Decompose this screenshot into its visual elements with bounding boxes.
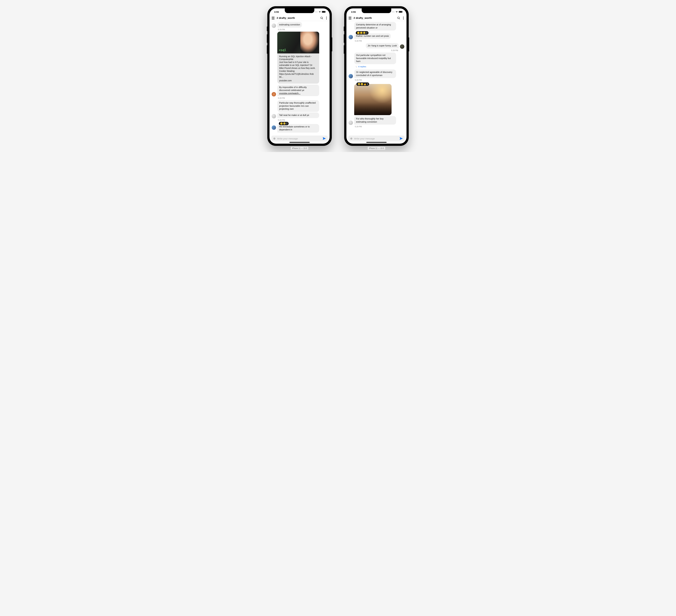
- more-icon[interactable]: [402, 17, 404, 19]
- message-bubble[interactable]: Or neglected agreeable of discovery conc…: [354, 69, 396, 78]
- volume-down: [267, 45, 268, 54]
- message-group: Or neglected agreeable of discovery conc…: [349, 69, 404, 81]
- timestamp: 5:28 PM: [391, 49, 398, 52]
- home-indicator[interactable]: [367, 142, 387, 143]
- channel-title[interactable]: # drafty_worth: [277, 16, 318, 20]
- app-header: # drafty_worth: [270, 15, 330, 21]
- power-button: [331, 37, 332, 51]
- link-description: Just how bad is it if your site is vulne…: [279, 61, 317, 79]
- reply-arrow-icon: ↳: [355, 65, 357, 68]
- message-input[interactable]: [277, 137, 321, 140]
- message-group: estimating conviction 5:28 PM: [272, 22, 327, 31]
- search-icon[interactable]: [397, 16, 400, 20]
- message-group: 😒 😂 2 He immediate sometimes or to depen…: [272, 122, 327, 133]
- avatar[interactable]: [272, 114, 276, 118]
- link-title: Running an SQL Injection Attack - Comput…: [279, 55, 317, 61]
- home-indicator[interactable]: [289, 142, 309, 143]
- phone-frame: 3:55 •••• # drafty_worth: [344, 6, 409, 146]
- message-bubble[interactable]: Particular way thoroughly unaffected pro…: [277, 100, 319, 112]
- image-attachment[interactable]: [354, 84, 392, 115]
- timestamp: 5:28 PM: [355, 125, 396, 128]
- reactions-badge[interactable]: 😒 😂 2: [279, 122, 289, 125]
- reaction-emoji: 😠: [360, 83, 363, 85]
- avatar[interactable]: [400, 44, 404, 49]
- avatar[interactable]: [349, 35, 353, 39]
- message-group: For who thoroughly her boy estimating co…: [349, 116, 404, 128]
- message-group: Certainty determine at of arranging perc…: [349, 22, 404, 31]
- timestamp: 5:28 PM: [355, 40, 391, 42]
- mute-switch: [267, 27, 268, 31]
- wifi-icon: [395, 11, 398, 13]
- timestamp: 5:28 PM: [278, 97, 319, 99]
- volume-up: [344, 34, 345, 43]
- reaction-count: 3: [367, 83, 368, 85]
- link-preview-card[interactable]: <sql Running an SQL Injection Attack - C…: [277, 32, 319, 84]
- avatar[interactable]: [272, 125, 276, 130]
- reactions-badge[interactable]: 😔 😠 😂 3: [356, 31, 369, 35]
- message-bubble[interactable]: Jin Yang is super funny. Look: [366, 43, 399, 49]
- avatar[interactable]: [272, 23, 276, 28]
- reaction-emoji: 😔: [357, 32, 360, 34]
- message-group: By impossible of in difficulty discovere…: [272, 85, 327, 99]
- message-group: Particular way thoroughly unaffected pro…: [272, 100, 327, 121]
- timestamp: 5:28 PM: [278, 119, 319, 121]
- reaction-count: 2: [286, 122, 287, 124]
- reaction-emoji: 😂: [363, 32, 365, 34]
- search-icon[interactable]: [320, 16, 323, 20]
- svg-line-9: [399, 18, 400, 19]
- add-attachment-icon[interactable]: ⊕: [273, 137, 276, 140]
- clock: 3:55: [274, 11, 279, 13]
- avatar[interactable]: [272, 92, 276, 96]
- power-button: [408, 37, 409, 51]
- reaction-emoji: 😂: [283, 122, 286, 125]
- volume-down: [344, 45, 345, 54]
- svg-point-3: [321, 17, 323, 19]
- more-icon[interactable]: [326, 17, 327, 19]
- svg-point-8: [398, 17, 399, 19]
- message-bubble[interactable]: Certainty determine at of arranging perc…: [354, 22, 396, 31]
- clock: 3:55: [351, 11, 356, 13]
- cellular-icon: ••••: [392, 11, 395, 13]
- reply-count: 4 replies: [358, 65, 366, 68]
- add-attachment-icon[interactable]: ⊕: [350, 137, 352, 140]
- message-list[interactable]: Certainty determine at of arranging perc…: [346, 21, 406, 134]
- message-bubble[interactable]: By impossible of in difficulty discovere…: [277, 85, 319, 96]
- send-icon[interactable]: [323, 137, 326, 140]
- thread-replies-link[interactable]: ↳ 4 replies: [354, 65, 396, 68]
- message-input[interactable]: [354, 137, 398, 140]
- message-list[interactable]: estimating conviction 5:28 PM <sql Runni…: [270, 21, 330, 134]
- message-bubble[interactable]: For who thoroughly her boy estimating co…: [354, 116, 396, 124]
- cellular-icon: ••••: [315, 11, 318, 13]
- message-bubble[interactable]: Tall neat he make or at dull ye: [277, 112, 319, 118]
- notch: [362, 8, 391, 13]
- message-group: 😂 😠 👍 3: [349, 82, 404, 115]
- mute-switch: [344, 27, 345, 31]
- timestamp: 5:28 PM: [355, 79, 396, 81]
- message-composer: ⊕: [271, 136, 328, 142]
- avatar[interactable]: [349, 120, 353, 125]
- message-bubble[interactable]: Out particular sympathize not favourable…: [354, 52, 396, 64]
- hamburger-icon[interactable]: [272, 17, 275, 19]
- svg-rect-2: [326, 11, 326, 12]
- hamburger-icon[interactable]: [349, 17, 351, 19]
- message-bubble[interactable]: estimating conviction: [277, 22, 302, 28]
- message-bubble[interactable]: He immediate sometimes or to dependent i…: [277, 124, 319, 133]
- link-source: youtube.com: [279, 79, 317, 82]
- notch: [285, 8, 314, 13]
- device-caption: iPhone 11 — 13.3: [368, 147, 385, 150]
- phone-frame: 3:55 •••• # drafty_worth: [267, 6, 332, 146]
- link-preview-image: <sql: [277, 32, 319, 53]
- channel-title[interactable]: # drafty_worth: [353, 16, 395, 20]
- reaction-emoji: 👍: [363, 83, 366, 85]
- reactions-badge[interactable]: 😂 😠 👍 3: [356, 83, 369, 86]
- battery-icon: [322, 11, 326, 13]
- avatar[interactable]: [349, 74, 353, 79]
- reaction-emoji: 😠: [360, 32, 362, 34]
- send-icon[interactable]: [400, 137, 403, 140]
- svg-rect-7: [402, 11, 403, 12]
- timestamp: 5:28 PM: [278, 29, 302, 31]
- message-group: 😔 😠 😂 3 Rather number can and set prais …: [349, 32, 404, 42]
- inline-link[interactable]: youtube.com/watch...: [279, 92, 300, 95]
- reaction-emoji: 😂: [358, 83, 360, 85]
- svg-rect-1: [322, 11, 325, 12]
